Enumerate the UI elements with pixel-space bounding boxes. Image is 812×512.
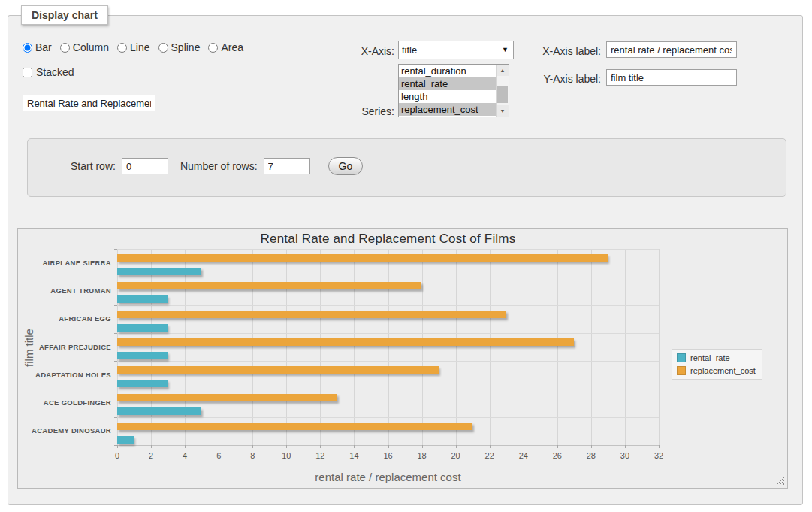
- gridline-horizontal: [117, 361, 659, 362]
- scrollbar-thumb[interactable]: [497, 86, 508, 103]
- gridline-horizontal: [117, 417, 659, 418]
- go-button[interactable]: Go: [328, 157, 364, 175]
- x-tick-label: 28: [587, 451, 596, 460]
- stacked-label: Stacked: [36, 66, 74, 78]
- gridline-vertical: [422, 249, 423, 445]
- x-tick-mark: [151, 445, 152, 448]
- series-scrollbar[interactable]: ▲ ▼: [496, 65, 509, 117]
- legend-item-rental_rate[interactable]: rental_rate: [677, 353, 756, 362]
- radio-line[interactable]: Line: [117, 41, 149, 53]
- scrollbar-up-icon[interactable]: ▲: [497, 65, 509, 76]
- page: Display chart BarColumnLineSplineArea St…: [0, 0, 812, 512]
- x-axis-title: rental rate / replacement cost: [117, 471, 659, 483]
- x-tick-label: 12: [315, 451, 324, 460]
- y-tick-mark: [114, 389, 117, 389]
- category-label: AFFAIR PREJUDICE: [23, 344, 111, 351]
- radio-line-input[interactable]: [117, 43, 127, 53]
- bar-rental_rate: [117, 295, 168, 303]
- x-tick-label: 0: [115, 451, 119, 460]
- x-tick-label: 26: [553, 451, 562, 460]
- rows-panel: Start row: Number of rows: Go: [27, 138, 786, 197]
- x-tick-mark: [252, 445, 253, 448]
- radio-spline-input[interactable]: [158, 43, 168, 53]
- gridline-horizontal: [117, 333, 659, 334]
- bar-rental_rate: [117, 352, 168, 359]
- radio-bar-input[interactable]: [23, 43, 32, 53]
- radio-column[interactable]: Column: [60, 41, 109, 53]
- gridline-horizontal: [117, 389, 659, 389]
- start-row-input[interactable]: [122, 158, 168, 174]
- gridline-horizontal: [117, 305, 659, 306]
- x-tick-mark: [659, 445, 660, 448]
- category-label: ACE GOLDFINGER: [23, 399, 111, 407]
- gridline-vertical: [388, 249, 389, 445]
- yaxis-label-input[interactable]: [606, 69, 737, 86]
- radio-bar[interactable]: Bar: [23, 41, 52, 53]
- y-tick-mark: [114, 277, 117, 277]
- xaxis-select-wrap: title ▼: [398, 41, 514, 59]
- legend-swatch: [677, 353, 686, 362]
- radio-label: Column: [73, 41, 109, 53]
- x-tick-mark: [388, 445, 389, 448]
- series-option-rental_rate[interactable]: rental_rate: [399, 77, 496, 90]
- xaxis-select[interactable]: title: [398, 41, 514, 59]
- chart-title: Rental Rate and Replacement Cost of Film…: [117, 232, 659, 247]
- scrollbar-down-icon[interactable]: ▼: [497, 105, 509, 117]
- xaxis-label-input[interactable]: [606, 41, 737, 58]
- legend-swatch: [677, 366, 686, 375]
- x-tick-mark: [320, 445, 321, 448]
- x-tick-mark: [490, 445, 491, 448]
- series-label: Series:: [331, 105, 394, 117]
- y-tick-mark: [114, 417, 117, 418]
- start-row-label: Start row:: [71, 160, 116, 172]
- num-rows-label: Number of rows:: [180, 160, 258, 172]
- stacked-checkbox-row[interactable]: Stacked: [23, 66, 74, 78]
- fieldset-legend: Display chart: [21, 5, 108, 25]
- category-label: AGENT TRUMAN: [23, 287, 111, 295]
- gridline-vertical: [591, 249, 592, 445]
- legend-label: replacement_cost: [690, 366, 756, 375]
- x-tick-label: 10: [282, 451, 291, 460]
- x-tick-label: 6: [216, 451, 221, 460]
- legend-item-replacement_cost[interactable]: replacement_cost: [677, 366, 756, 375]
- category-label: ACADEMY DINOSAUR: [23, 427, 111, 435]
- bar-replacement_cost: [117, 394, 337, 401]
- gridline-vertical: [320, 249, 321, 445]
- gridline-horizontal: [117, 249, 659, 250]
- x-tick-mark: [524, 445, 524, 448]
- radio-spline[interactable]: Spline: [158, 41, 201, 53]
- num-rows-input[interactable]: [264, 158, 310, 174]
- resize-handle-icon[interactable]: [776, 477, 784, 485]
- x-tick-label: 8: [250, 451, 255, 460]
- y-tick-mark: [114, 445, 117, 446]
- radio-column-input[interactable]: [60, 43, 70, 53]
- bar-rental_rate: [117, 324, 168, 332]
- yaxis-label-field-label: Y-Axis label:: [526, 73, 601, 85]
- x-tick-label: 24: [519, 451, 528, 460]
- y-tick-mark: [114, 333, 117, 334]
- series-option-length[interactable]: length: [399, 90, 496, 103]
- radio-area[interactable]: Area: [208, 41, 243, 53]
- series-listbox-options: rental_durationrental_ratelengthreplacem…: [399, 65, 496, 117]
- gridline-vertical: [557, 249, 558, 445]
- bar-replacement_cost: [117, 311, 506, 318]
- gridline-vertical: [354, 249, 355, 445]
- plot-area: [117, 249, 659, 445]
- stacked-checkbox[interactable]: [23, 68, 32, 77]
- x-tick-mark: [591, 445, 592, 448]
- gridline-horizontal: [117, 277, 659, 277]
- gridline-vertical: [490, 249, 491, 445]
- y-tick-mark: [114, 305, 117, 306]
- bar-rental_rate: [117, 268, 201, 275]
- chart-title-input[interactable]: [23, 95, 155, 111]
- series-listbox[interactable]: rental_durationrental_ratelengthreplacem…: [398, 64, 509, 117]
- series-option-rental_duration[interactable]: rental_duration: [399, 65, 496, 77]
- legend-label: rental_rate: [690, 353, 730, 362]
- xaxis-label-field-label: X-Axis label:: [526, 45, 601, 57]
- rows-controls: Start row: Number of rows: Go: [71, 157, 363, 175]
- x-tick-label: 22: [485, 451, 494, 460]
- bar-replacement_cost: [117, 366, 439, 374]
- radio-area-input[interactable]: [208, 43, 218, 53]
- series-option-replacement_cost[interactable]: replacement_cost: [399, 103, 496, 116]
- y-axis-title: film title: [23, 303, 35, 393]
